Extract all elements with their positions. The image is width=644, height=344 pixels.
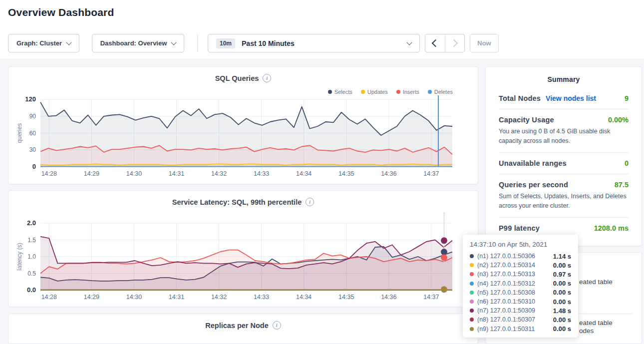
info-icon[interactable]: i xyxy=(273,321,281,330)
svg-text:14:28: 14:28 xyxy=(41,170,57,177)
svg-text:14:32: 14:32 xyxy=(211,170,227,177)
svg-text:14:33: 14:33 xyxy=(254,294,269,301)
node-latency-value: 0.00 s xyxy=(553,280,571,287)
summary-card: Summary Total NodesView nodes list9Capac… xyxy=(485,66,642,246)
node-color-dot xyxy=(470,254,474,258)
summary-item-label: Capacity Usage xyxy=(499,116,554,124)
svg-text:0.5: 0.5 xyxy=(27,270,36,277)
now-button[interactable]: Now xyxy=(470,34,499,52)
summary-item-value: 1208.0 ms xyxy=(594,224,629,232)
node-address: (n1) 127.0.0.1:50306 xyxy=(477,253,535,260)
node-latency-value: 1.48 s xyxy=(553,307,571,315)
summary-item-value: 0.00% xyxy=(608,116,629,124)
svg-text:30: 30 xyxy=(29,146,36,153)
tooltip-row: (n8) 127.0.0.1:503070.00 s xyxy=(470,315,571,324)
svg-text:14:30: 14:30 xyxy=(126,294,142,301)
node-latency-value: 0.00 s xyxy=(553,298,571,306)
node-address: (n2) 127.0.0.1:50314 xyxy=(477,262,535,269)
node-latency-value: 0.00 s xyxy=(553,325,571,333)
svg-text:14:29: 14:29 xyxy=(84,170,99,177)
summary-item-label: P99 latency xyxy=(499,224,540,232)
node-color-dot xyxy=(470,291,474,295)
svg-text:14:30: 14:30 xyxy=(126,170,142,177)
svg-text:queries: queries xyxy=(16,123,23,143)
event-text-fragment: odes xyxy=(579,327,594,335)
chevron-right-icon xyxy=(450,39,458,47)
graph-dropdown[interactable]: Graph: Cluster xyxy=(8,34,79,52)
node-color-dot xyxy=(470,272,474,276)
tooltip-row: (n7) 127.0.0.1:503091.48 s xyxy=(470,306,571,315)
node-address: (n7) 127.0.0.1:50309 xyxy=(477,307,535,314)
svg-text:14:31: 14:31 xyxy=(169,170,184,177)
dashboard-dropdown[interactable]: Dashboard: Overview xyxy=(92,34,184,52)
summary-item: Capacity Usage0.00%You are using 0 B of … xyxy=(499,109,629,152)
node-latency-value: 0.00 s xyxy=(553,289,571,296)
service-latency-chart[interactable]: 0.00.51.01.52.014:2814:2914:3014:3114:32… xyxy=(8,191,479,308)
time-next-button[interactable] xyxy=(445,34,465,52)
time-range-dropdown[interactable]: 10m Past 10 Minutes xyxy=(208,34,420,52)
svg-text:14:34: 14:34 xyxy=(296,294,312,301)
node-address: (n6) 127.0.0.1:50310 xyxy=(477,298,535,305)
svg-text:14:36: 14:36 xyxy=(381,294,396,301)
replicas-title: Replicas per Node xyxy=(205,322,269,330)
summary-item: Total NodesView nodes list9 xyxy=(499,88,629,109)
tooltip-row: (n5) 127.0.0.1:503080.00 s xyxy=(470,288,571,297)
summary-item-description: You are using 0 B of 4.5 GiB usable disk… xyxy=(499,127,629,146)
svg-text:14:35: 14:35 xyxy=(338,294,354,301)
svg-text:14:31: 14:31 xyxy=(169,294,184,301)
svg-text:2.0: 2.0 xyxy=(27,219,36,227)
tooltip-row: (n2) 127.0.0.1:503140.00 s xyxy=(470,261,571,270)
service-latency-card: Service Latency: SQL, 99th percentile i … xyxy=(8,190,478,307)
chart-hover-tooltip: 14:37:10 on Apr 5th, 2021 (n1) 127.0.0.1… xyxy=(463,235,578,338)
svg-text:90: 90 xyxy=(29,113,36,120)
replicas-title-row: Replicas per Node i xyxy=(8,321,478,330)
node-address: (n5) 127.0.0.1:50308 xyxy=(477,289,535,296)
summary-item-value: 87.5 xyxy=(615,181,629,189)
time-range-label: Past 10 Minutes xyxy=(242,39,295,47)
svg-text:14:37: 14:37 xyxy=(423,170,439,177)
summary-item-value: 0 xyxy=(625,159,629,167)
chevron-down-icon xyxy=(406,39,412,45)
node-address: (n3) 127.0.0.1:50313 xyxy=(477,271,535,278)
sql-queries-chart[interactable]: 030609012014:2814:2914:3014:3114:3214:33… xyxy=(8,67,479,185)
svg-text:14:33: 14:33 xyxy=(254,170,269,177)
node-address: (n8) 127.0.0.1:50307 xyxy=(477,316,535,323)
summary-list: Total NodesView nodes list9Capacity Usag… xyxy=(486,88,642,239)
svg-text:14:36: 14:36 xyxy=(381,170,396,177)
svg-text:14:29: 14:29 xyxy=(84,294,99,301)
svg-text:14:35: 14:35 xyxy=(338,170,354,177)
sql-queries-card: SQL Queries i SelectsUpdatesInsertsDelet… xyxy=(8,66,478,184)
view-nodes-list-link[interactable]: View nodes list xyxy=(546,94,596,102)
now-button-label: Now xyxy=(477,39,491,47)
time-nav-group xyxy=(425,34,465,52)
replicas-per-node-card: Replicas per Node i xyxy=(8,314,478,344)
node-color-dot xyxy=(470,309,474,313)
svg-text:14:34: 14:34 xyxy=(296,170,312,177)
node-color-dot xyxy=(470,327,474,331)
event-text-fragment: eated table xyxy=(579,319,613,327)
summary-item-label: Queries per second xyxy=(499,181,568,189)
node-color-dot xyxy=(470,318,474,322)
svg-text:120: 120 xyxy=(25,95,36,103)
node-latency-value: 1.14 s xyxy=(553,253,571,260)
svg-text:1.0: 1.0 xyxy=(27,253,36,260)
summary-item: Unavailable ranges0 xyxy=(499,152,629,174)
svg-text:14:32: 14:32 xyxy=(211,294,227,301)
dashboard-dropdown-label: Dashboard: Overview xyxy=(100,39,167,47)
time-prev-button[interactable] xyxy=(425,34,445,52)
svg-text:14:28: 14:28 xyxy=(41,294,57,301)
svg-text:60: 60 xyxy=(29,130,36,137)
page-title: Overview Dashboard xyxy=(8,6,114,18)
overview-dashboard-page: Overview Dashboard Graph: Cluster Dashbo… xyxy=(0,0,644,344)
node-color-dot xyxy=(470,300,474,304)
summary-item-label: Total Nodes xyxy=(499,94,541,102)
node-address: (n4) 127.0.0.1:50312 xyxy=(477,280,535,287)
event-text-fragment: eated table xyxy=(579,278,613,286)
tooltip-row: (n4) 127.0.0.1:503120.00 s xyxy=(470,279,571,288)
chevron-down-icon xyxy=(66,39,71,45)
tooltip-timestamp: 14:37:10 on Apr 5th, 2021 xyxy=(470,241,571,248)
svg-text:0.0: 0.0 xyxy=(27,286,36,294)
tooltip-row: (n1) 127.0.0.1:503061.14 s xyxy=(470,252,571,261)
summary-item: Queries per second87.5Sum of Selects, Up… xyxy=(499,174,629,217)
node-address: (n9) 127.0.0.1:50311 xyxy=(477,326,535,333)
